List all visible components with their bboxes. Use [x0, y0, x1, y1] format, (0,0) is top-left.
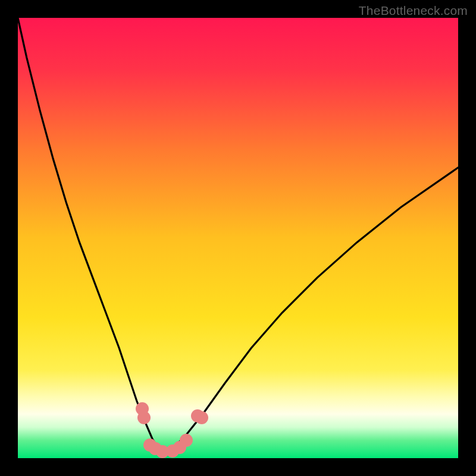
watermark-text: TheBottleneck.com [359, 4, 468, 18]
data-marker [137, 411, 151, 424]
bottleneck-curve [18, 18, 458, 458]
data-marker [180, 434, 193, 447]
plot-area [18, 18, 458, 458]
data-marker [195, 411, 208, 424]
